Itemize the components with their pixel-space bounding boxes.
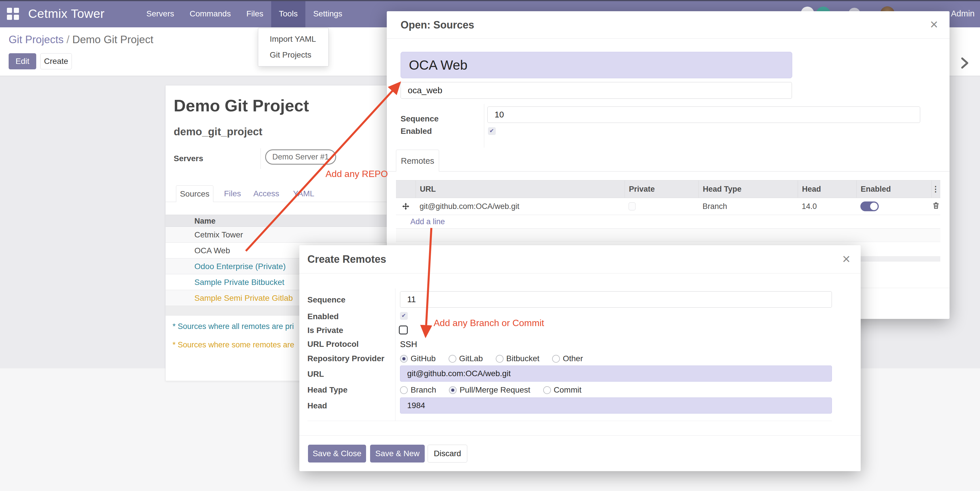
screen: Cetmix Tower Servers Commands Files Tool… — [0, 0, 980, 491]
remotes-table-header: URL Private Head Type Head Enabled ⋮ — [396, 180, 940, 198]
tab-remotes[interactable]: Remotes — [396, 150, 439, 172]
radio-other-label[interactable]: Other — [563, 354, 583, 363]
enabled-label: Enabled — [307, 312, 339, 321]
delete-row-icon[interactable] — [931, 201, 940, 212]
project-title: Demo Git Project — [174, 96, 309, 115]
add-line-row: Add a line — [396, 215, 940, 228]
radio-other[interactable] — [552, 355, 560, 363]
head-type-label: Head Type — [307, 385, 348, 395]
remote-row[interactable]: git@github.com:OCA/web.git Branch 14.0 — [396, 198, 940, 215]
sequence-label: Sequence — [307, 295, 345, 304]
card-tab-bar: Sources Files Access YAML — [165, 185, 387, 202]
radio-branch-label[interactable]: Branch — [410, 385, 436, 394]
enabled-toggle[interactable] — [861, 201, 879, 211]
source-row[interactable]: Cetmix Tower — [165, 227, 387, 242]
add-a-line-link[interactable]: Add a line — [410, 217, 445, 226]
nav-item-servers[interactable]: Servers — [138, 0, 182, 27]
drag-handle-icon[interactable] — [396, 202, 415, 210]
create-remotes-modal: Create Remotes × Sequence Enabled Is Pri… — [299, 245, 861, 471]
tools-dropdown: Import YAML Git Projects — [258, 28, 329, 67]
is-private-checkbox[interactable] — [399, 325, 408, 335]
enabled-column-header[interactable]: Enabled — [856, 180, 931, 198]
sequence-input[interactable] — [400, 291, 832, 308]
radio-pull-merge-request[interactable] — [449, 386, 457, 394]
nav-item-settings[interactable]: Settings — [305, 0, 350, 27]
empty-row — [396, 228, 940, 242]
remote-head-type-cell: Branch — [698, 202, 798, 211]
radio-gitlab-label[interactable]: GitLab — [459, 354, 483, 363]
menu-item-git-projects[interactable]: Git Projects — [258, 47, 328, 63]
url-protocol-value: SSH — [400, 340, 417, 349]
repository-provider-radios: GitHub GitLab Bitbucket Other — [400, 354, 594, 363]
servers-field-label: Servers — [174, 154, 203, 163]
head-type-column-header[interactable]: Head Type — [698, 180, 798, 198]
apps-grid-icon[interactable] — [7, 8, 19, 20]
tab-sources[interactable]: Sources — [176, 185, 213, 202]
source-code-input[interactable] — [401, 82, 792, 99]
private-column-header[interactable]: Private — [625, 180, 698, 198]
project-code: demo_git_project — [174, 126, 262, 138]
url-column-header[interactable]: URL — [415, 180, 625, 198]
enabled-checkbox[interactable] — [488, 127, 496, 135]
options-dots-icon[interactable]: ⋮ — [931, 180, 940, 198]
sources-list-header: Name — [165, 215, 387, 227]
radio-github-label[interactable]: GitHub — [410, 354, 436, 363]
enabled-label: Enabled — [401, 126, 432, 136]
modal-footer-divider — [299, 435, 861, 436]
save-and-new-button[interactable]: Save & New — [370, 445, 425, 462]
head-input[interactable] — [400, 397, 832, 414]
window-top-edge — [0, 0, 980, 1]
create-button[interactable]: Create — [40, 53, 72, 69]
radio-bitbucket-label[interactable]: Bitbucket — [506, 354, 539, 363]
url-label: URL — [307, 370, 324, 379]
source-name-input[interactable] — [401, 52, 792, 78]
modal-header: Create Remotes × — [299, 245, 861, 273]
repository-provider-label: Repository Provider — [307, 354, 385, 363]
is-private-label: Is Private — [307, 326, 344, 335]
app-brand[interactable]: Cetmix Tower — [28, 0, 105, 27]
private-checkbox[interactable] — [628, 202, 635, 210]
breadcrumb-separator: / — [64, 33, 72, 45]
discard-button[interactable]: Discard — [428, 445, 467, 462]
server-tag[interactable]: Demo Server #1 — [265, 149, 336, 165]
radio-commit[interactable] — [543, 386, 551, 394]
breadcrumb-parent-link[interactable]: Git Projects — [9, 33, 64, 45]
head-column-header[interactable]: Head — [798, 180, 856, 198]
tab-files[interactable]: Files — [220, 185, 245, 202]
save-and-close-button[interactable]: Save & Close — [308, 445, 366, 462]
edit-button[interactable]: Edit — [9, 53, 36, 69]
pager-next-icon[interactable] — [958, 56, 971, 70]
remote-head-cell: 14.0 — [798, 202, 856, 211]
nav-item-commands[interactable]: Commands — [182, 0, 239, 27]
radio-gitlab[interactable] — [449, 355, 457, 363]
radio-commit-label[interactable]: Commit — [554, 385, 581, 394]
footnote-semi-private-sources: * Sources where some remotes are — [173, 341, 294, 349]
modal-header: Open: Sources × — [387, 11, 950, 38]
nav-item-tools[interactable]: Tools — [271, 0, 305, 27]
modal-title: Create Remotes — [307, 245, 386, 273]
close-icon[interactable]: × — [930, 18, 938, 31]
footnote-private-sources: * Sources where all remotes are pri — [173, 322, 294, 331]
field-separator — [484, 104, 484, 148]
url-protocol-label: URL Protocol — [307, 340, 359, 349]
url-input[interactable] — [400, 365, 832, 382]
radio-github[interactable] — [400, 355, 408, 363]
menu-item-import-yaml[interactable]: Import YAML — [258, 31, 328, 47]
tab-yaml[interactable]: YAML — [289, 185, 318, 202]
head-label: Head — [307, 401, 327, 410]
remote-url-cell: git@github.com:OCA/web.git — [415, 202, 625, 211]
radio-branch[interactable] — [400, 386, 408, 394]
user-menu[interactable]: Admin — [951, 0, 975, 27]
head-type-radios: Branch Pull/Merge Request Commit — [400, 385, 593, 395]
close-icon[interactable]: × — [842, 252, 850, 266]
sequence-label: Sequence — [401, 110, 439, 127]
enabled-checkbox[interactable] — [400, 312, 408, 320]
sequence-input[interactable] — [487, 107, 920, 123]
radio-pull-merge-request-label[interactable]: Pull/Merge Request — [460, 385, 530, 394]
breadcrumb-current: Demo Git Project — [72, 33, 154, 45]
nav-item-files[interactable]: Files — [239, 0, 271, 27]
field-group-divider — [307, 421, 832, 421]
breadcrumb: Git Projects/Demo Git Project — [9, 33, 153, 46]
tab-access[interactable]: Access — [250, 185, 282, 202]
radio-bitbucket[interactable] — [496, 355, 504, 363]
